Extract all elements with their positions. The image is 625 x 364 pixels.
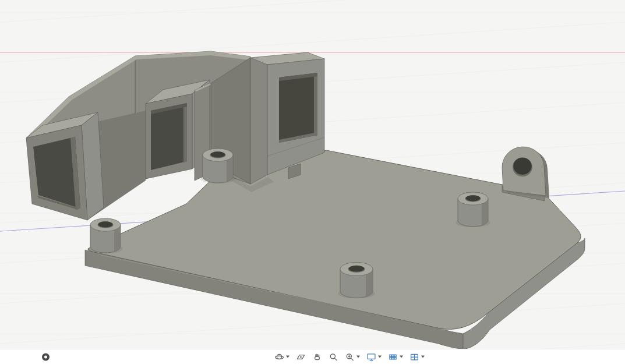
boss-hole (98, 221, 113, 227)
middle-pocket-inner-wall (183, 103, 187, 162)
middle-pocket-opening (151, 103, 187, 170)
layout-grid-icon (388, 352, 398, 362)
viewport-canvas[interactable] (0, 0, 625, 364)
dropdown-caret[interactable] (400, 356, 403, 358)
standoff-boss-back[interactable] (200, 149, 235, 183)
dropdown-caret[interactable] (421, 356, 425, 358)
fit-button[interactable] (344, 351, 361, 362)
fit-icon (345, 352, 355, 362)
display-settings-button[interactable] (365, 351, 383, 362)
boss-hole (466, 195, 481, 201)
look-at-icon (296, 352, 306, 362)
orbit-button[interactable] (273, 351, 291, 362)
zoom-icon (329, 352, 338, 362)
viewports-icon (409, 352, 419, 362)
standoff-boss-front[interactable] (338, 263, 375, 299)
main-box-inner-wall (314, 73, 317, 136)
tab-hole (513, 158, 531, 175)
view-navigation-toolbar (273, 351, 426, 362)
boss-hole (211, 151, 225, 157)
viewports-button[interactable] (408, 351, 426, 362)
status-indicator-icon (42, 353, 50, 361)
orbit-icon (274, 352, 284, 362)
main-box-front-corner (250, 58, 267, 184)
status-indicator-button[interactable] (42, 353, 50, 361)
main-box-opening (279, 73, 317, 143)
layout-grid-button[interactable] (387, 351, 404, 362)
dropdown-caret[interactable] (356, 356, 360, 358)
standoff-boss-right[interactable] (455, 192, 490, 227)
dropdown-caret[interactable] (378, 356, 382, 358)
look-at-button[interactable] (295, 351, 307, 362)
mounting-tab[interactable] (502, 147, 549, 201)
pan-button[interactable] (311, 351, 323, 362)
pan-icon (312, 352, 322, 362)
standoff-boss-left[interactable] (88, 218, 123, 253)
display-settings-icon (366, 352, 376, 362)
boss-hole (349, 266, 365, 272)
cad-viewport (0, 0, 625, 364)
dropdown-caret[interactable] (286, 356, 289, 358)
navigation-bar (0, 349, 625, 364)
zoom-button[interactable] (327, 351, 340, 362)
